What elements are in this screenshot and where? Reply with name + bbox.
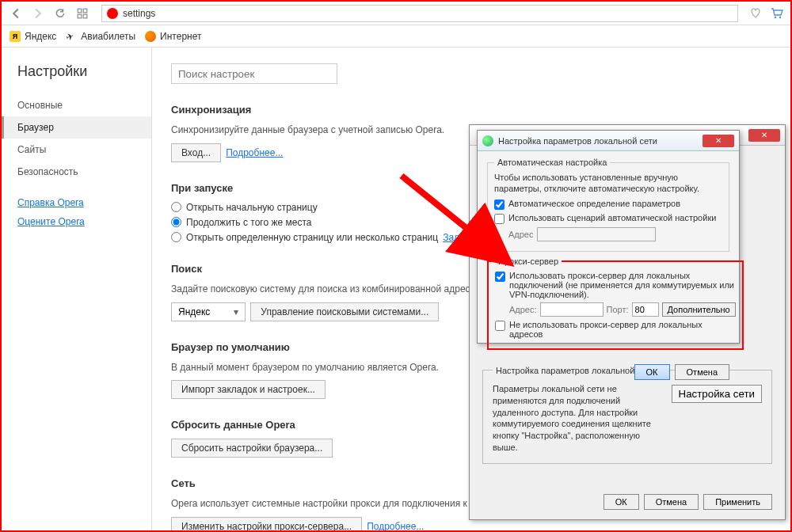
opera-icon: [107, 8, 118, 19]
address-bar[interactable]: settings: [101, 5, 738, 22]
svg-rect-2: [78, 14, 82, 18]
favorite-icon[interactable]: [749, 6, 763, 21]
manage-search-button[interactable]: Управление поисковыми системами...: [250, 302, 439, 321]
auto-detect-checkbox[interactable]: [494, 200, 505, 210]
sidebar-item-browser[interactable]: Браузер: [2, 116, 151, 139]
proxy-address-input[interactable]: [540, 302, 604, 317]
chevron-down-icon: ▾: [234, 306, 238, 317]
proxy-port-label: Порт:: [607, 305, 629, 314]
sidebar-item-security[interactable]: Безопасность: [2, 161, 151, 183]
sidebar-title: Настройки: [2, 63, 151, 94]
svg-point-5: [779, 16, 781, 17]
svg-rect-0: [78, 9, 82, 13]
bookmark-internet[interactable]: Интернет: [145, 31, 201, 42]
cart-icon[interactable]: [770, 6, 784, 21]
use-script-checkbox[interactable]: [494, 214, 505, 224]
reload-button[interactable]: [52, 6, 68, 21]
startup-opt2-radio[interactable]: [171, 217, 181, 227]
lan-close-icon[interactable]: ✕: [703, 135, 734, 147]
lan-cancel-button[interactable]: Отмена: [675, 364, 729, 380]
proxy-server-group: Прокси-сервер Использовать прокси-сервер…: [487, 256, 744, 350]
inet-apply-button[interactable]: Применить: [703, 494, 772, 510]
close-icon[interactable]: ✕: [748, 129, 780, 142]
forward-button[interactable]: [30, 6, 46, 21]
lan-dialog-title: Настройка параметров локальной сети: [498, 136, 698, 146]
use-proxy-checkbox[interactable]: [495, 272, 505, 282]
proxy-advanced-button[interactable]: Дополнительно: [662, 302, 736, 317]
startup-opt3-radio[interactable]: [171, 232, 181, 242]
inet-ok-button[interactable]: ОК: [604, 494, 639, 510]
import-bookmarks-button[interactable]: Импорт закладок и настроек...: [171, 380, 326, 399]
bookmark-avia[interactable]: ✈Авиабилеты: [66, 31, 135, 42]
auto-config-desc: Чтобы использовать установленные вручную…: [494, 172, 722, 195]
proxy-port-input[interactable]: [632, 302, 659, 317]
help-link[interactable]: Справка Opera: [17, 197, 135, 208]
url-text: settings: [123, 8, 155, 19]
auto-config-group: Автоматическая настройка Чтобы использов…: [487, 158, 729, 252]
bypass-local-checkbox[interactable]: [495, 321, 505, 331]
network-more-link[interactable]: Подробнее...: [367, 521, 424, 530]
lan-settings-dialog: Настройка параметров локальной сети ✕ Ав…: [477, 130, 740, 344]
sidebar-item-sites[interactable]: Сайты: [2, 139, 151, 161]
settings-search-input[interactable]: [171, 63, 337, 84]
lan-titlebar: Настройка параметров локальной сети ✕: [478, 131, 739, 151]
lan-settings-button[interactable]: Настройка сети: [672, 385, 763, 403]
firefox-icon: [145, 31, 156, 42]
sync-login-button[interactable]: Вход...: [171, 143, 221, 162]
bookmarks-bar: ЯЯндекс ✈Авиабилеты Интернет: [2, 25, 790, 48]
auto-config-legend: Автоматическая настройка: [494, 158, 610, 167]
bookmark-yandex[interactable]: ЯЯндекс: [10, 31, 56, 42]
back-button[interactable]: [8, 6, 24, 21]
inet-cancel-button[interactable]: Отмена: [644, 494, 699, 510]
svg-point-4: [775, 16, 776, 17]
search-engine-select[interactable]: Яндекс▾: [171, 302, 246, 321]
script-address-label: Адрес: [508, 230, 534, 239]
lan-desc: Параметры локальной сети не применяются …: [493, 383, 660, 454]
svg-rect-1: [83, 9, 87, 13]
reset-browser-button[interactable]: Сбросить настройки браузера...: [171, 439, 333, 458]
globe-icon: [482, 135, 493, 146]
plane-icon: ✈: [64, 29, 78, 44]
proxy-server-legend: Прокси-сервер: [495, 256, 562, 266]
proxy-address-label: Адрес:: [509, 305, 537, 314]
startup-opt1-radio[interactable]: [171, 202, 181, 212]
sync-more-link[interactable]: Подробнее...: [226, 147, 283, 158]
speed-dial-button[interactable]: [74, 6, 90, 21]
lan-ok-button[interactable]: ОК: [634, 364, 670, 380]
script-address-input: [537, 227, 656, 241]
browser-toolbar: settings: [2, 2, 790, 25]
svg-rect-3: [83, 14, 87, 18]
sync-title: Синхронизация: [171, 104, 771, 116]
yandex-icon: Я: [10, 31, 21, 42]
sidebar-item-basic[interactable]: Основные: [2, 94, 151, 116]
rate-link[interactable]: Оцените Opera: [17, 216, 135, 227]
proxy-settings-button[interactable]: Изменить настройки прокси-сервера...: [171, 517, 362, 530]
settings-sidebar: Настройки Основные Браузер Сайты Безопас…: [2, 48, 152, 530]
